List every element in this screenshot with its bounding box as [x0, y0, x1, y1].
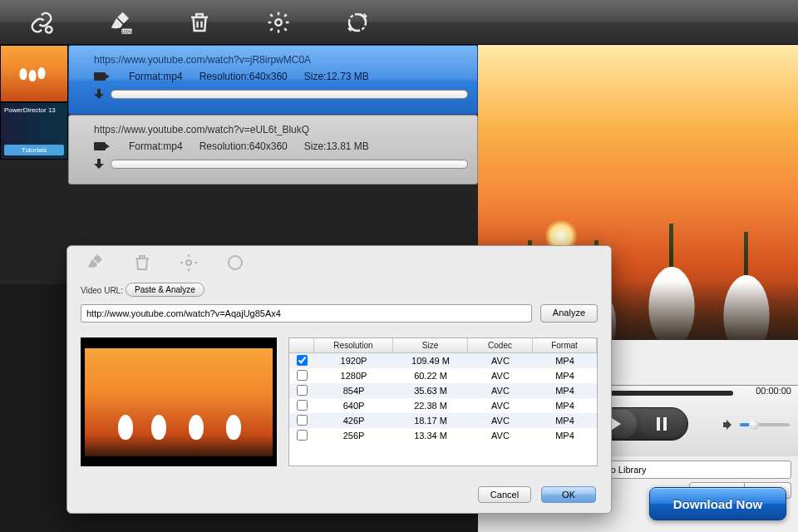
update-button[interactable] [341, 6, 374, 39]
table-row[interactable]: 1280P60.22 MAVCMP4 [289, 368, 597, 383]
queue-format: Format:mp4 [129, 140, 183, 152]
cell-format: MP4 [533, 371, 597, 381]
thumb-caption: Tutorials [4, 145, 64, 155]
resolution-table: Resolution Size Codec Format 1920P109.49… [288, 337, 598, 466]
analyze-button[interactable]: Analyze [540, 304, 598, 323]
volume-slider[interactable] [740, 423, 790, 426]
svg-point-3 [275, 19, 282, 26]
cell-codec: AVC [468, 416, 533, 426]
cancel-button[interactable]: Cancel [478, 486, 531, 503]
trash-icon [187, 10, 212, 35]
queue-thumb[interactable]: PowerDirector 13 Tutorials [0, 102, 68, 160]
svg-point-5 [186, 260, 191, 265]
cell-resolution: 426P [314, 416, 393, 426]
video-url-label: Video URL: [81, 286, 123, 295]
download-icon [94, 89, 104, 99]
cell-resolution: 256P [314, 431, 393, 441]
speaker-icon [723, 419, 735, 431]
ok-button[interactable]: OK [541, 486, 596, 503]
col-format[interactable]: Format [533, 338, 597, 352]
gear-icon [179, 253, 199, 273]
cell-format: MP4 [533, 416, 597, 426]
video-url-input[interactable] [81, 304, 532, 323]
row-checkbox[interactable] [297, 385, 308, 396]
cell-size: 35.63 M [393, 386, 468, 396]
timecode: 00:00:00 [756, 386, 791, 396]
svg-point-6 [229, 256, 242, 269]
queue-url: https://www.youtube.com/watch?v=jR8irpwM… [69, 46, 477, 71]
clean-button[interactable]: 100% [104, 6, 137, 39]
queue-resolution: Resolution:640x360 [200, 71, 288, 82]
add-url-button[interactable] [25, 6, 58, 39]
thumb-caption: PowerDirector 13 [4, 106, 64, 114]
cell-codec: AVC [468, 401, 533, 411]
table-row[interactable]: 854P35.63 MAVCMP4 [289, 383, 597, 398]
cell-codec: AVC [468, 356, 533, 366]
pause-button[interactable] [640, 410, 683, 438]
table-row[interactable]: 256P13.34 MAVCMP4 [289, 428, 597, 443]
cell-format: MP4 [533, 431, 597, 441]
cell-resolution: 854P [314, 386, 393, 396]
row-checkbox[interactable] [297, 430, 308, 441]
cell-resolution: 1920P [314, 356, 393, 366]
dialog-thumbnail [81, 337, 277, 466]
cell-size: 60.22 M [393, 371, 468, 381]
queue-size: Size:12.73 MB [304, 71, 369, 82]
main-toolbar: 100% [0, 0, 798, 45]
cell-size: 13.34 M [393, 431, 468, 441]
globe-refresh-icon [345, 10, 370, 35]
queue-url: https://www.youtube.com/watch?v=eUL6t_Bl… [69, 116, 477, 140]
table-row[interactable]: 640P22.38 MAVCMP4 [289, 398, 597, 413]
clean-brush-icon [86, 253, 106, 273]
analyze-dialog: Video URL: Paste & Analyze Analyze Resol… [66, 245, 612, 514]
row-checkbox[interactable] [297, 400, 308, 411]
cell-codec: AVC [468, 371, 533, 381]
cell-size: 18.17 M [393, 416, 468, 426]
queue-resolution: Resolution:640x360 [200, 140, 288, 152]
progress-bar [111, 90, 468, 99]
col-size[interactable]: Size [393, 338, 468, 352]
queue-thumb[interactable] [0, 45, 68, 102]
settings-button[interactable] [262, 6, 295, 39]
row-checkbox[interactable] [297, 370, 308, 381]
cell-size: 109.49 M [393, 356, 468, 366]
svg-text:100%: 100% [121, 28, 132, 33]
dialog-toolbar [67, 246, 611, 279]
thumbnail-strip: PowerDirector 13 Tutorials [0, 45, 68, 160]
delete-button[interactable] [183, 6, 216, 39]
cell-resolution: 1280P [314, 371, 393, 381]
queue-format: Format:mp4 [129, 71, 183, 82]
link-add-icon [29, 10, 54, 35]
row-checkbox[interactable] [297, 355, 308, 366]
cell-format: MP4 [533, 401, 597, 411]
queue-item[interactable]: https://www.youtube.com/watch?v=jR8irpwM… [68, 45, 478, 115]
cell-codec: AVC [468, 431, 533, 441]
queue-item[interactable]: https://www.youtube.com/watch?v=eUL6t_Bl… [68, 115, 478, 185]
volume-control[interactable] [723, 419, 790, 431]
row-checkbox[interactable] [297, 415, 308, 426]
globe-refresh-icon [225, 253, 245, 273]
clean-brush-icon: 100% [108, 10, 133, 35]
video-icon [94, 72, 106, 81]
video-icon [94, 142, 106, 150]
queue-size: Size:13.81 MB [304, 140, 369, 152]
cell-format: MP4 [533, 356, 597, 366]
cell-size: 22.38 M [393, 401, 468, 411]
paste-analyze-button[interactable]: Paste & Analyze [126, 283, 204, 297]
progress-bar [111, 160, 468, 169]
trash-icon [132, 253, 152, 273]
cell-format: MP4 [533, 386, 597, 396]
col-codec[interactable]: Codec [468, 338, 533, 352]
cell-resolution: 640P [314, 401, 393, 411]
gear-icon [266, 10, 291, 35]
table-header: Resolution Size Codec Format [289, 338, 597, 353]
table-row[interactable]: 1920P109.49 MAVCMP4 [289, 353, 597, 368]
download-icon [94, 159, 104, 169]
volume-handle[interactable] [749, 420, 759, 430]
cell-codec: AVC [468, 386, 533, 396]
col-resolution[interactable]: Resolution [314, 338, 393, 352]
download-now-button[interactable]: Download Now [649, 487, 786, 520]
table-row[interactable]: 426P18.17 MAVCMP4 [289, 413, 597, 428]
